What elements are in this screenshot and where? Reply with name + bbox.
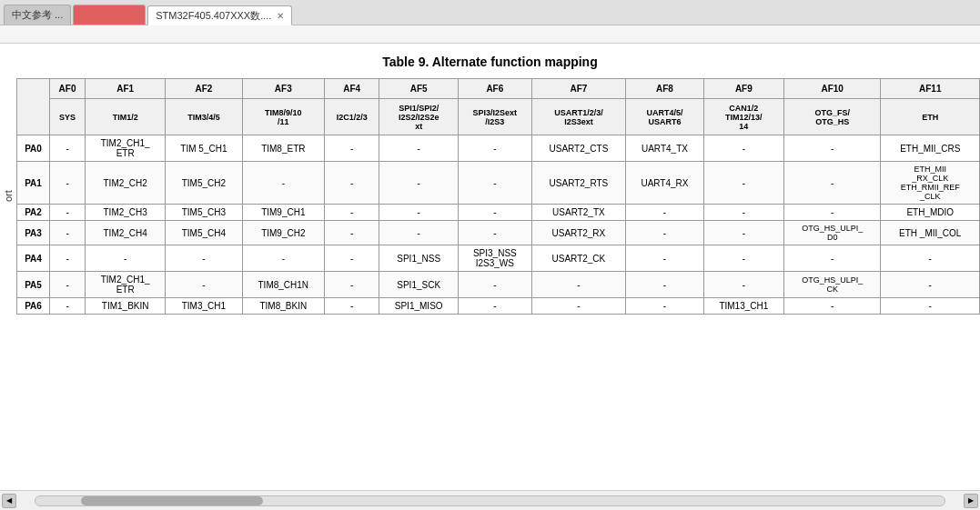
cell-af11: - [881,245,980,272]
tab-label [81,10,84,21]
cell-af1: TIM2_CH1_ETR [86,272,166,298]
tab-stm32[interactable]: STM32F405.407XXX数.... ✕ [147,5,292,25]
col-group-tim345: TIM3/4/5 [166,99,242,135]
tab-chinese-ref[interactable]: 中文参考 ... [4,5,71,25]
table-title: Table 9. Alternate function mapping [0,44,980,78]
cell-af8: - [626,205,704,221]
cell-af3: TIM9_CH1 [242,205,325,221]
cell-af11: - [881,272,980,298]
cell-af8: - [626,272,704,298]
cell-af6: - [459,298,532,315]
col-header-af3: AF3 [242,79,325,99]
cell-af1: TIM2_CH3 [86,205,166,221]
table-row: PA5 - TIM2_CH1_ETR - TIM8_CH1N - SPI1_SC… [17,272,980,298]
cell-af11: - [881,298,980,315]
cell-af9: - [703,221,783,245]
cell-af1: TIM2_CH4 [86,221,166,245]
cell-port: PA5 [17,272,50,298]
col-header-af9: AF9 [703,79,783,99]
cell-af6: - [459,205,532,221]
cell-af4: - [325,221,379,245]
close-icon[interactable]: ✕ [277,11,284,21]
col-header-af5: AF5 [379,79,459,99]
side-label: ort [0,78,16,315]
col-header-af8: AF8 [626,79,704,99]
col-header-af7: AF7 [531,79,626,99]
col-group-i2c: I2C1/2/3 [325,99,379,135]
bottom-scrollbar[interactable]: ◀ ▶ [0,490,980,510]
cell-af0: - [50,205,86,221]
cell-af8: - [626,221,704,245]
cell-af10: OTG_HS_ULPI_CK [783,272,881,298]
cell-port: PA2 [17,205,50,221]
scroll-top-area [0,25,980,44]
cell-af0: - [50,162,86,205]
col-header-af6: AF6 [459,79,532,99]
cell-port: PA0 [17,135,50,162]
col-header-af11: AF11 [881,79,980,99]
cell-af5: - [379,221,459,245]
cell-af7: - [531,272,626,298]
cell-af2: - [166,272,242,298]
cell-af3: TIM8_ETR [242,135,325,162]
col-header-af1: AF1 [86,79,166,99]
cell-af7: USART2_RTS [531,162,626,205]
cell-af4: - [325,272,379,298]
content-area: Table 9. Alternate function mapping ort … [0,44,980,490]
col-header-port-empty [17,79,50,135]
tab-label: 中文参考 ... [12,8,63,22]
cell-af4: - [325,162,379,205]
cell-af9: - [703,205,783,221]
cell-af8: - [626,298,704,315]
cell-af5: SPI1_NSS [379,245,459,272]
cell-port: PA1 [17,162,50,205]
cell-af7: USART2_CK [531,245,626,272]
cell-af0: - [50,221,86,245]
cell-af8: UART4_RX [626,162,704,205]
cell-af7: - [531,298,626,315]
cell-af1: TIM1_BKIN [86,298,166,315]
tab-red[interactable] [73,5,146,25]
col-group-otg: OTG_FS/OTG_HS [783,99,881,135]
cell-af7: USART2_TX [531,205,626,221]
col-group-spi1: SPI1/SPI2/I2S2/I2S2ext [379,99,459,135]
col-group-sys: SYS [50,99,86,135]
cell-af4: - [325,245,379,272]
header-row-group: SYS TIM1/2 TIM3/4/5 TIM8/9/10/11 I2C1/2/… [17,99,980,135]
cell-af6: - [459,272,532,298]
horizontal-scrollbar[interactable] [35,495,945,506]
cell-af11: ETH_MII_CRS [881,135,980,162]
table-scroll[interactable]: AF0 AF1 AF2 AF3 AF4 AF5 AF6 AF7 AF8 AF9 … [16,78,980,315]
cell-af0: - [50,245,86,272]
scrollbar-thumb[interactable] [81,496,263,505]
af-mapping-table: AF0 AF1 AF2 AF3 AF4 AF5 AF6 AF7 AF8 AF9 … [16,78,980,315]
col-header-af2: AF2 [166,79,242,99]
cell-af6: SPI3_NSSI2S3_WS [459,245,532,272]
col-group-can: CAN1/2TIM12/13/14 [703,99,783,135]
cell-af5: - [379,162,459,205]
table-wrapper: ort AF0 AF1 AF2 AF3 AF4 AF5 AF6 AF7 AF8 [0,78,980,315]
cell-af10: - [783,135,881,162]
cell-af3: TIM8_BKIN [242,298,325,315]
cell-af10: - [783,298,881,315]
scroll-right-arrow[interactable]: ▶ [964,494,978,508]
tab-label: STM32F405.407XXX数.... [156,9,271,23]
cell-af5: SPI1_SCK [379,272,459,298]
cell-af0: - [50,298,86,315]
cell-af11: ETH _MII_COL [881,221,980,245]
tab-bar: 中文参考 ... STM32F405.407XXX数.... ✕ [4,0,292,25]
table-row: PA6 - TIM1_BKIN TIM3_CH1 TIM8_BKIN - SPI… [17,298,980,315]
table-row: PA4 - - - - - SPI1_NSS SPI3_NSSI2S3_WS U… [17,245,980,272]
cell-af9: - [703,245,783,272]
cell-af4: - [325,205,379,221]
cell-af10: - [783,162,881,205]
scroll-left-arrow[interactable]: ◀ [2,494,16,508]
cell-af9: - [703,162,783,205]
cell-af11: ETH_MII_RX_CLKETH_RMII_REF_CLK [881,162,980,205]
browser-chrome: 中文参考 ... STM32F405.407XXX数.... ✕ [0,0,980,25]
cell-af2: TIM5_CH2 [166,162,242,205]
cell-af5: - [379,135,459,162]
cell-af3: - [242,245,325,272]
header-row-af: AF0 AF1 AF2 AF3 AF4 AF5 AF6 AF7 AF8 AF9 … [17,79,980,99]
col-group-eth: ETH [881,99,980,135]
